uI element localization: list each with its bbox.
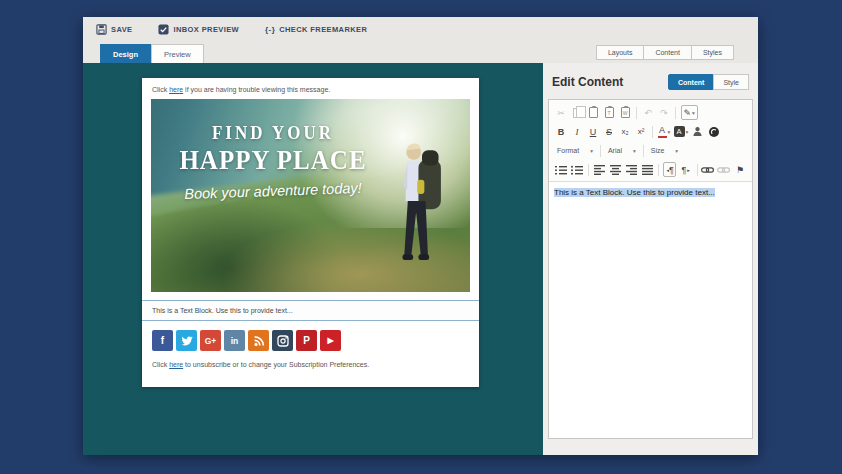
save-icon [96,24,107,35]
tab-styles[interactable]: Styles [691,45,734,60]
background-color-caret: ▾ [686,129,689,135]
font-dropdown[interactable]: Arial▾ [604,147,640,154]
numbered-list-icon[interactable] [555,162,568,177]
spellcheck-icon[interactable]: ✎▾ [681,105,698,120]
tab-layouts[interactable]: Layouts [596,45,645,60]
content-style-toggle: Content Style [669,74,749,90]
text-direction-ltr-icon[interactable]: ◂¶ [663,162,676,177]
inbox-preview-button[interactable]: INBOX PREVIEW [158,24,239,35]
paste-word-letter: W [623,110,628,116]
unlink-icon [717,162,730,177]
bulleted-list-icon[interactable] [571,162,584,177]
email-footer-text-block[interactable]: Click here to unsubscribe or to change y… [142,351,479,368]
unsubscribe-link[interactable]: here [169,361,183,368]
view-tabs: Design Preview [100,44,204,63]
format-dropdown[interactable]: Format▾ [553,147,597,154]
facebook-icon[interactable]: f [152,330,173,351]
pinterest-glyph: P [303,335,310,346]
tab-content[interactable]: Content [643,45,692,60]
save-label: SAVE [111,25,132,34]
justify-icon[interactable] [641,162,654,177]
text-color-caret: ▾ [668,129,671,135]
format-caret: ▾ [590,148,593,154]
paste-icon[interactable] [587,105,600,120]
hero-text: FIND YOUR HAPPY PLACE Book your adventur… [167,123,379,199]
font-label: Arial [608,147,622,154]
rss-icon[interactable] [248,330,269,351]
linkedin-icon[interactable]: in [224,330,245,351]
design-canvas: Click here if you are having trouble vie… [83,63,543,455]
rtl-arrow: ▸ [687,167,690,173]
text-block-selected[interactable]: This is a Text Block. Use this to provid… [142,300,479,321]
bold-icon[interactable]: B [555,124,568,139]
tab-design[interactable]: Design [100,44,151,63]
twitter-icon[interactable] [176,330,197,351]
google-plus-icon[interactable]: G+ [200,330,221,351]
subscript-icon[interactable]: x₂ [619,124,632,139]
superscript-icon[interactable]: x² [635,124,648,139]
redo-icon: ↷ [658,105,671,120]
check-freemarker-label: CHECK FREEMARKER [279,25,367,34]
rich-text-editor: ✂ T W ↶ ↷ ✎▾ B I U [548,99,753,439]
link-icon[interactable] [701,162,714,177]
footer-text-post: to unsubscribe or to change your Subscri… [183,361,369,368]
copy-icon [571,105,584,120]
text-color-letter: A [659,126,665,135]
top-toolbar: SAVE INBOX PREVIEW {-} CHECK FREEMARKER [83,17,758,41]
align-left-icon[interactable] [593,162,606,177]
hero-line1: FIND YOUR [167,122,379,145]
header-text-post: if you are having trouble viewing this m… [183,86,330,93]
underline-icon[interactable]: U [587,124,600,139]
size-caret: ▾ [675,148,678,154]
hiker-figure [396,141,448,288]
youtube-glyph: ▶ [327,336,333,345]
font-caret: ▾ [633,148,636,154]
linkedin-glyph: in [231,336,239,346]
email-preview: Click here if you are having trouble vie… [142,78,479,387]
tab-row: Design Preview Layouts Content Styles [83,41,758,63]
save-button[interactable]: SAVE [96,24,132,35]
rte-toolbar: ✂ T W ↶ ↷ ✎▾ B I U [549,100,752,182]
hero-image-block[interactable]: FIND YOUR HAPPY PLACE Book your adventur… [151,99,470,292]
rte-selected-text: This is a Text Block. Use this to provid… [554,188,715,197]
dynamic-content-icon[interactable] [707,124,720,139]
edit-content-panel: Edit Content Content Style ✂ T W [543,63,758,455]
background-color-icon[interactable]: A▾ [674,124,689,139]
cut-icon: ✂ [555,105,568,120]
merge-field-icon[interactable] [691,124,704,139]
youtube-icon[interactable]: ▶ [320,330,341,351]
pinterest-icon[interactable]: P [296,330,317,351]
anchor-flag-icon[interactable]: ⚑ [733,162,746,177]
text-color-icon[interactable]: A▾ [658,124,671,139]
strikethrough-icon[interactable]: S [603,124,616,139]
italic-icon[interactable]: I [571,124,584,139]
header-text-pre: Click [152,86,169,93]
facebook-glyph: f [161,335,164,346]
rtl-pilcrow: ¶ [681,165,686,175]
rte-text-area[interactable]: This is a Text Block. Use this to provid… [549,182,752,438]
google-plus-glyph: G+ [205,336,217,346]
check-freemarker-button[interactable]: {-} CHECK FREEMARKER [265,25,367,34]
tab-preview[interactable]: Preview [151,44,204,63]
ltr-pilcrow: ¶ [669,165,674,175]
align-right-icon[interactable] [625,162,638,177]
paste-plain-text-icon[interactable]: T [603,105,616,120]
social-links-block: f G+ in P ▶ [142,321,479,351]
panel-title: Edit Content [552,75,623,89]
email-header-text-block[interactable]: Click here if you are having trouble vie… [142,78,479,98]
size-dropdown[interactable]: Size▾ [647,147,682,154]
format-label: Format [557,147,579,154]
text-direction-rtl-icon[interactable]: ¶▸ [679,162,692,177]
content-tab-button[interactable]: Content [668,74,714,90]
size-label: Size [651,147,665,154]
freemarker-braces-icon: {-} [265,25,275,34]
email-editor-window: SAVE INBOX PREVIEW {-} CHECK FREEMARKER … [83,17,758,455]
panel-tabs: Layouts Content Styles [597,45,734,60]
view-online-link[interactable]: here [169,86,183,93]
inbox-preview-label: INBOX PREVIEW [173,25,239,34]
style-tab-button[interactable]: Style [713,74,749,90]
align-center-icon[interactable] [609,162,622,177]
spellcheck-pencil: ✎ [684,108,692,118]
instagram-icon[interactable] [272,330,293,351]
paste-from-word-icon[interactable]: W [619,105,632,120]
